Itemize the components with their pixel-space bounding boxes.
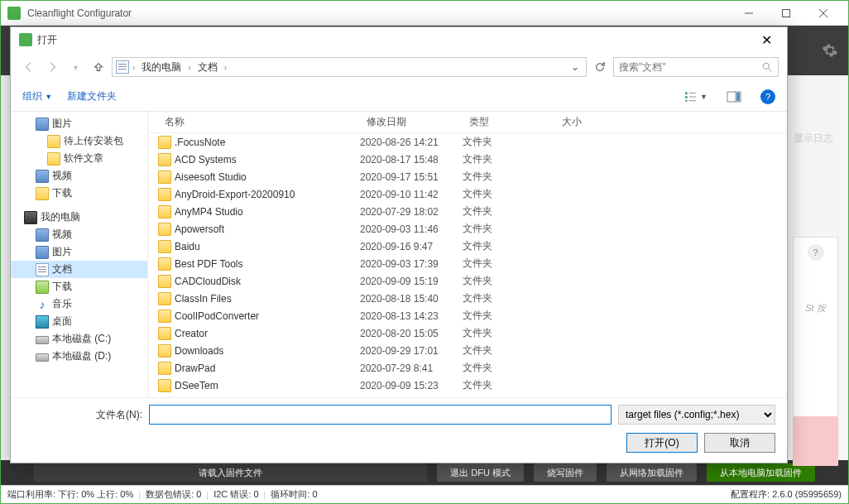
nav-forward-icon[interactable] <box>42 57 62 77</box>
close-button[interactable] <box>804 1 842 26</box>
filetype-select[interactable]: target files (*.config;*.hex) <box>618 405 775 425</box>
folder-icon <box>158 379 171 392</box>
refresh-icon[interactable] <box>590 57 610 77</box>
col-name[interactable]: 名称 <box>148 115 360 129</box>
list-item[interactable]: DrawPad2020-07-29 8:41文件夹 <box>148 359 787 377</box>
list-item[interactable]: Best PDF Tools2020-09-03 17:39文件夹 <box>148 255 787 272</box>
row-type: 文件夹 <box>463 170 555 184</box>
list-item[interactable]: Aiseesoft Studio2020-09-17 15:51文件夹 <box>148 168 787 185</box>
folder-icon <box>158 310 171 323</box>
load-from-local-button[interactable]: 从本地电脑加载固件 <box>707 463 815 482</box>
row-name: Creator <box>175 328 360 339</box>
breadcrumb-root[interactable]: 我的电脑 <box>138 60 185 74</box>
list-item[interactable]: Apowersoft2020-09-03 11:46文件夹 <box>148 220 787 238</box>
tree-item[interactable]: 软件文章 <box>11 150 147 167</box>
show-log-link[interactable]: 显示日志 <box>794 132 833 146</box>
tree-item[interactable]: 本地磁盘 (C:) <box>11 330 147 348</box>
view-mode-button[interactable]: ▼ <box>684 88 708 106</box>
filename-input[interactable] <box>149 405 612 425</box>
tree-item[interactable]: 图片 <box>11 115 147 132</box>
new-folder-button[interactable]: 新建文件夹 <box>67 89 117 103</box>
tree-item[interactable]: 视频 <box>11 226 147 243</box>
list-header[interactable]: 名称 修改日期 类型 大小 <box>148 112 787 133</box>
row-name: Best PDF Tools <box>175 258 360 270</box>
folder-icon <box>158 223 171 236</box>
row-type: 文件夹 <box>463 291 555 305</box>
nav-up-icon[interactable] <box>89 57 108 77</box>
tree-item[interactable]: ♪音乐 <box>11 295 147 313</box>
list-item[interactable]: AnyDroid-Export-202009102020-09-10 11:42… <box>148 185 787 203</box>
preview-pane-button[interactable] <box>722 88 746 106</box>
svg-point-4 <box>763 63 769 69</box>
folder-icon <box>158 153 171 166</box>
svg-rect-6 <box>685 92 688 94</box>
row-type: 文件夹 <box>463 222 555 236</box>
breadcrumb-current[interactable]: 文档 <box>194 60 221 74</box>
address-box[interactable]: › 我的电脑 › 文档 › ⌄ <box>112 57 587 77</box>
tree-item[interactable]: 我的电脑 <box>11 209 147 226</box>
list-item[interactable]: CADCloudDisk2020-09-09 15:19文件夹 <box>148 272 787 290</box>
tree-item[interactable]: 下载 <box>11 278 147 295</box>
folder-icon <box>158 257 171 271</box>
list-item[interactable]: .FocusNote2020-08-26 14:21文件夹 <box>148 133 787 151</box>
tree-item-label: 图片 <box>52 117 72 131</box>
cancel-button[interactable]: 取消 <box>704 433 775 453</box>
row-date: 2020-08-20 15:05 <box>360 328 463 339</box>
list-item[interactable]: Creator2020-08-20 15:05文件夹 <box>148 324 787 342</box>
dialog-logo-icon <box>19 33 32 46</box>
tree-item-label: 我的电脑 <box>41 210 80 224</box>
tree-item-label: 软件文章 <box>64 151 103 166</box>
row-name: AnyMP4 Studio <box>175 206 360 218</box>
open-button[interactable]: 打开(O) <box>626 433 698 453</box>
address-dropdown-icon[interactable]: ⌄ <box>568 61 583 73</box>
nav-recent-icon[interactable]: ▾ <box>65 57 85 77</box>
list-item[interactable]: AnyMP4 Studio2020-07-29 18:02文件夹 <box>148 203 787 220</box>
exit-dfu-button[interactable]: 退出 DFU 模式 <box>437 463 524 482</box>
list-item[interactable]: ClassIn Files2020-08-18 15:40文件夹 <box>148 290 787 307</box>
minimize-button[interactable] <box>730 1 767 26</box>
list-item[interactable]: DSeeTem2020-09-09 15:23文件夹 <box>148 377 787 394</box>
dialog-close-button[interactable]: ✕ <box>754 32 779 48</box>
row-name: CoolIPodConverter <box>175 310 360 322</box>
dialog-titlebar: 打开 ✕ <box>11 27 787 52</box>
tree-item[interactable]: 文档 <box>11 261 147 278</box>
list-item[interactable]: Downloads2020-09-29 17:01文件夹 <box>148 342 787 359</box>
tree-item[interactable]: 待上传安装包 <box>11 132 147 150</box>
folder-tree[interactable]: 图片待上传安装包软件文章视频下载我的电脑视频图片文档下载♪音乐桌面本地磁盘 (C… <box>11 112 148 397</box>
organize-menu[interactable]: 组织 ▼ <box>22 89 52 103</box>
help-button[interactable]: ? <box>760 89 775 104</box>
tree-item[interactable]: 下载 <box>11 185 147 202</box>
row-date: 2020-08-26 14:21 <box>360 137 463 148</box>
col-date[interactable]: 修改日期 <box>360 115 463 129</box>
doc-icon <box>36 263 49 276</box>
list-item[interactable]: Baidu2020-09-16 9:47文件夹 <box>148 238 787 255</box>
tree-item[interactable]: 本地磁盘 (D:) <box>11 348 147 365</box>
gear-icon[interactable] <box>822 42 838 59</box>
folder-icon <box>47 135 60 148</box>
load-firmware-button[interactable]: 请载入固件文件 <box>34 463 427 482</box>
row-date: 2020-09-17 15:51 <box>360 171 463 183</box>
list-item[interactable]: ACD Systems2020-08-17 15:48文件夹 <box>148 151 787 168</box>
tree-item[interactable]: 图片 <box>11 243 147 261</box>
tree-item[interactable]: 桌面 <box>11 313 147 330</box>
search-icon[interactable] <box>762 62 773 73</box>
nav-back-icon[interactable] <box>19 57 39 77</box>
write-firmware-button[interactable]: 烧写固件 <box>534 463 597 482</box>
bg-warning-band <box>793 416 838 466</box>
svg-line-5 <box>769 69 771 71</box>
row-date: 2020-07-29 18:02 <box>360 206 463 218</box>
maximize-button[interactable] <box>767 1 804 26</box>
tree-item-label: 待上传安装包 <box>64 134 123 148</box>
load-from-net-button[interactable]: 从网络加载固件 <box>607 463 697 482</box>
row-type: 文件夹 <box>463 361 555 375</box>
search-input[interactable] <box>619 61 759 73</box>
row-name: ClassIn Files <box>175 293 360 305</box>
row-name: .FocusNote <box>175 137 360 148</box>
app-logo-icon <box>7 7 21 20</box>
col-size[interactable]: 大小 <box>555 115 630 129</box>
tree-item[interactable]: 视频 <box>11 167 147 185</box>
search-box[interactable] <box>613 57 779 77</box>
help-icon[interactable]: ? <box>808 244 824 261</box>
col-type[interactable]: 类型 <box>463 115 555 129</box>
list-item[interactable]: CoolIPodConverter2020-08-13 14:23文件夹 <box>148 307 787 324</box>
